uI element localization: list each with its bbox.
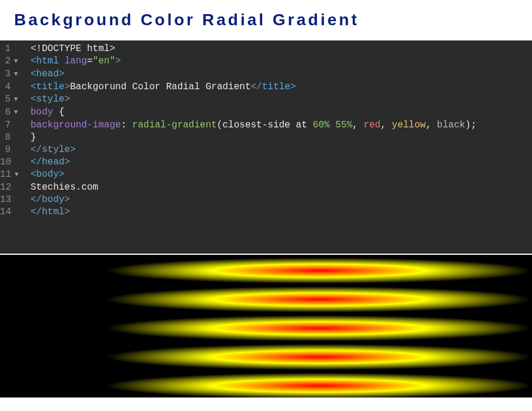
code-content: } xyxy=(24,132,36,144)
gradient-stripe xyxy=(0,370,532,397)
code-content: background-image: radial-gradient(closes… xyxy=(24,119,477,132)
line-number: 4 xyxy=(0,81,24,93)
code-content: </style> xyxy=(24,144,76,156)
line-number: 2▼ xyxy=(0,55,24,68)
code-line: 3▼<head> xyxy=(0,68,532,81)
fold-icon[interactable]: ▼ xyxy=(13,93,19,106)
code-line: 11▼<body> xyxy=(0,169,532,181)
code-content: Stechies.com xyxy=(24,181,98,194)
fold-icon[interactable]: ▼ xyxy=(13,55,19,68)
code-content: </body> xyxy=(24,194,70,206)
line-number: 12 xyxy=(0,181,24,194)
code-line: 7background-image: radial-gradient(close… xyxy=(0,119,532,132)
code-line: 8} xyxy=(0,132,532,144)
line-number: 1 xyxy=(0,43,24,55)
code-line: 13</body> xyxy=(0,194,532,206)
code-line: 12Stechies.com xyxy=(0,181,532,194)
code-line: 1<!DOCTYPE html> xyxy=(0,43,532,55)
line-number: 10 xyxy=(0,156,24,169)
code-editor: 1<!DOCTYPE html>2▼<html lang="en">3▼<hea… xyxy=(0,40,532,254)
line-number: 5▼ xyxy=(0,93,24,106)
line-number: 8 xyxy=(0,132,24,144)
code-line: 4<title>Backgorund Color Radial Gradient… xyxy=(0,81,532,93)
code-line: 5▼<style> xyxy=(0,93,532,106)
page-title: Background Color Radial Gradient xyxy=(14,11,518,29)
line-number: 13 xyxy=(0,194,24,206)
line-number: 6▼ xyxy=(0,106,24,119)
gradient-stripe xyxy=(0,255,532,284)
code-line: 2▼<html lang="en"> xyxy=(0,55,532,68)
code-content: <head> xyxy=(24,68,65,80)
code-content: <style> xyxy=(24,93,70,106)
code-content: body { xyxy=(24,106,65,119)
gradient-stripe xyxy=(0,312,532,341)
code-line: 9</style> xyxy=(0,144,532,156)
line-number: 14 xyxy=(0,206,24,218)
output-preview xyxy=(0,254,532,397)
fold-icon[interactable]: ▼ xyxy=(13,68,19,80)
fold-icon[interactable]: ▼ xyxy=(14,169,19,181)
page-header: Background Color Radial Gradient xyxy=(0,0,532,40)
gradient-stripe xyxy=(0,284,532,312)
code-line: 6▼body { xyxy=(0,106,532,119)
code-content: <title>Backgorund Color Radial Gradient<… xyxy=(24,81,296,93)
code-content: <html lang="en"> xyxy=(24,55,121,68)
code-content: <body> xyxy=(24,169,65,181)
line-number: 9 xyxy=(0,144,24,156)
fold-icon[interactable]: ▼ xyxy=(13,106,19,119)
line-number: 3▼ xyxy=(0,68,24,81)
code-content: <!DOCTYPE html> xyxy=(24,43,115,55)
line-number: 11▼ xyxy=(0,169,24,181)
line-number: 7 xyxy=(0,119,24,132)
code-content: </head> xyxy=(24,156,70,169)
code-line: 10</head> xyxy=(0,156,532,169)
code-line: 14</html> xyxy=(0,206,532,218)
code-content: </html> xyxy=(24,206,70,218)
gradient-stripe xyxy=(0,341,532,370)
